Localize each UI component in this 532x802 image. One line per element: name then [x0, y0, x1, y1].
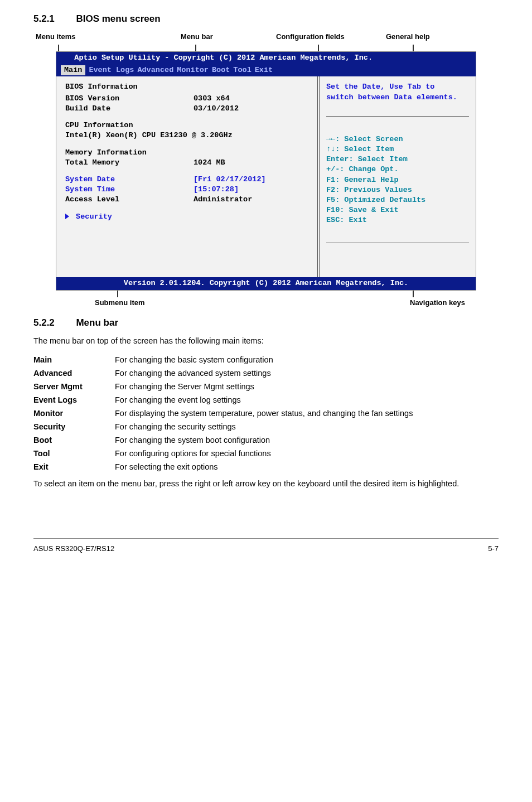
nav-line: ESC: Exit [326, 215, 469, 225]
bios-title-text: Aptio Setup Utility - Copyright (C) 2012… [74, 54, 373, 62]
bios-mem-val: 1024 MB [194, 158, 225, 168]
callout-ticks-bottom [33, 291, 499, 298]
bios-date-key[interactable]: System Date [65, 175, 194, 185]
bios-tab-tool[interactable]: Tool [233, 65, 251, 75]
bios-tab-monitor[interactable]: Monitor [177, 65, 209, 75]
nav-line: F2: Previous Values [326, 185, 469, 195]
bios-version-key: BIOS Version [65, 94, 194, 104]
table-row: BootFor changing the system boot configu… [33, 433, 499, 447]
footer-right: 5-7 [488, 544, 499, 553]
table-row: MonitorFor displaying the system tempera… [33, 407, 499, 420]
nav-line: ↑↓: Select Item [326, 144, 469, 154]
bios-security-label: Security [76, 212, 112, 221]
bios-tab-boot[interactable]: Boot [212, 65, 230, 75]
bios-nav-keys: →←: Select Screen ↑↓: Select Item Enter:… [326, 129, 469, 243]
bios-date-val[interactable]: [Fri 02/17/2012] [194, 175, 266, 185]
table-row: AdvancedFor changing the advanced system… [33, 366, 499, 380]
bios-title-bar: Aptio Setup Utility - Copyright (C) 2012… [56, 52, 476, 64]
menubar-closing: To select an item on the menu bar, press… [33, 479, 499, 488]
bios-cpu-header: CPU Information [65, 120, 308, 131]
bios-help-line1: Set the Date, Use Tab to [326, 82, 469, 92]
bios-access-key: Access Level [65, 195, 194, 205]
table-row: SecurityFor changing the security settin… [33, 420, 499, 433]
bios-tab-exit[interactable]: Exit [255, 65, 273, 75]
nav-line: →←: Select Screen [326, 134, 469, 144]
annot-submenu-item: Submenu item [95, 298, 145, 307]
menubar-intro: The menu bar on top of the screen has th… [33, 336, 499, 345]
table-row: ExitFor selecting the exit options [33, 460, 499, 474]
annot-menu-bar: Menu bar [181, 32, 213, 41]
bios-tab-row: Main Event Logs Advanced Monitor Boot To… [56, 64, 476, 76]
bios-help-line2: switch between Data elements. [326, 93, 469, 103]
menubar-table: MainFor changing the basic system config… [33, 353, 499, 474]
bios-cpu-line: Intel(R) Xeon(R) CPU E31230 @ 3.20GHz [65, 131, 308, 141]
bios-version-val: 0303 x64 [194, 94, 230, 104]
bios-tab-advanced[interactable]: Advanced [137, 65, 173, 75]
submenu-arrow-icon [65, 214, 69, 219]
bios-bottom-bar: Version 2.01.1204. Copyright (C) 2012 Am… [56, 277, 476, 289]
bios-screenshot: Aptio Setup Utility - Copyright (C) 2012… [56, 51, 476, 291]
callout-ticks-top [33, 45, 499, 51]
annotation-row-top: Menu items Menu bar Configuration fields… [33, 32, 499, 45]
table-row: Server MgmtFor changing the Server Mgmt … [33, 380, 499, 393]
bios-mem-header: Memory Information [65, 148, 308, 158]
nav-line: F1: General Help [326, 175, 469, 185]
bios-mem-key: Total Memory [65, 158, 194, 168]
bios-tab-eventlogs[interactable]: Event Logs [89, 65, 134, 75]
bios-info-header: BIOS Information [65, 82, 308, 92]
table-row: ToolFor configuring options for special … [33, 447, 499, 460]
bios-build-val: 03/10/2012 [194, 104, 239, 114]
page-footer: ASUS RS320Q-E7/RS12 5-7 [33, 538, 499, 566]
nav-line: +/-: Change Opt. [326, 165, 469, 175]
nav-line: F10: Save & Exit [326, 205, 469, 215]
annot-config-fields: Configuration fields [276, 32, 345, 41]
bios-left-pane: BIOS Information BIOS Version0303 x64 Bu… [56, 76, 320, 277]
nav-line: F5: Optimized Defaults [326, 195, 469, 205]
annot-nav-keys: Navigation keys [410, 298, 465, 307]
bios-build-key: Build Date [65, 104, 194, 114]
bios-time-key[interactable]: System Time [65, 185, 194, 195]
section-title: Menu bar [76, 317, 118, 328]
bios-access-val: Administrator [194, 195, 252, 205]
section-number: 5.2.1 [33, 13, 74, 25]
table-row: Event LogsFor changing the event log set… [33, 393, 499, 407]
table-row: MainFor changing the basic system config… [33, 353, 499, 366]
annotation-row-bottom: Submenu item Navigation keys [95, 298, 465, 312]
bios-security-submenu[interactable]: Security [65, 212, 308, 222]
bios-right-pane: Set the Date, Use Tab to switch between … [320, 76, 476, 277]
annot-menu-items: Menu items [36, 32, 76, 41]
section-number: 5.2.2 [33, 317, 74, 328]
bios-time-val[interactable]: [15:07:28] [194, 185, 239, 195]
annot-general-help: General help [386, 32, 430, 41]
footer-left: ASUS RS320Q-E7/RS12 [33, 544, 114, 553]
section-title: BIOS menu screen [76, 13, 160, 24]
bios-tab-main[interactable]: Main [61, 65, 85, 75]
nav-line: Enter: Select Item [326, 154, 469, 165]
